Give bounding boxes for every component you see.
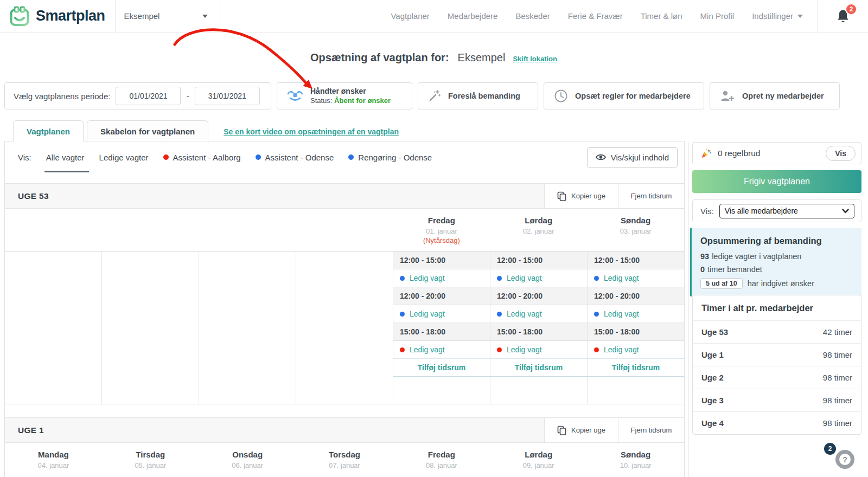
chevron-down-icon [797, 15, 803, 18]
day-date: 02. januar [490, 227, 587, 235]
nav-beskeder[interactable]: Beskeder [515, 11, 550, 21]
filter-group-assistent-aalborg[interactable]: Assistent - Aalborg [163, 153, 241, 162]
blue-dot-icon [594, 312, 599, 317]
open-shift[interactable]: Ledig vagt [588, 269, 684, 287]
eye-icon [596, 153, 606, 161]
smartplan-logo[interactable]: Smartplan [0, 0, 115, 32]
filter-row: Vis: Alle vagter Ledige vagter Assistent… [5, 141, 684, 173]
open-shift[interactable]: Ledig vagt [393, 269, 490, 287]
copy-week-label: Kopier uge [571, 192, 605, 200]
open-shift[interactable]: Ledig vagt [490, 269, 587, 287]
period-end-input[interactable] [195, 87, 260, 105]
timeslot-header: 12:00 - 15:00 [490, 252, 587, 269]
release-schedule-button[interactable]: Frigiv vagtplanen [692, 170, 861, 193]
setup-rules-label: Opsæt regler for medarbejdere [575, 92, 691, 100]
main-nav: Vagtplaner Medarbejdere Beskeder Ferie &… [391, 0, 817, 32]
add-timeslot-link[interactable]: Tilføj tidsrum [588, 359, 684, 377]
red-dot-icon [163, 154, 169, 160]
period-picker: Vælg vagtplanens periode: - [4, 82, 271, 109]
day-name: Lørdag [490, 450, 587, 459]
notifications-button[interactable]: 2 [817, 0, 868, 32]
setup-rules-button[interactable]: Opsæt regler for medarbejdere [544, 82, 704, 109]
spacer [5, 404, 684, 417]
filter-all-shifts[interactable]: Alle vagter [46, 153, 85, 162]
week1-remove-timeslot-button[interactable]: Fjern tidsrum [618, 418, 684, 442]
open-shift[interactable]: Ledig vagt [490, 341, 587, 359]
view-filter-label: Vis: [700, 207, 714, 216]
grid-col-lordag: 12:00 - 15:00 Ledig vagt 12:00 - 20:00 L… [490, 252, 588, 404]
tab-vagtplanen[interactable]: Vagtplanen [13, 120, 84, 141]
day-date: 08. januar [393, 461, 490, 469]
open-shift-label: Ledig vagt [507, 274, 542, 282]
add-timeslot-link[interactable]: Tilføj tidsrum [490, 359, 587, 377]
blue-dot-icon [497, 276, 502, 281]
smartplan-app: Smartplan Eksempel Vagtplaner Medarbejde… [0, 0, 868, 477]
open-shift-label: Ledig vagt [604, 345, 639, 354]
violations-label: 0 regelbrud [718, 149, 820, 158]
open-shift[interactable]: Ledig vagt [393, 341, 490, 359]
day-col-empty [296, 209, 393, 251]
handle-requests-button[interactable]: Håndter ønsker Status: Åbent for ønsker [277, 82, 412, 109]
week53-remove-timeslot-button[interactable]: Fjern tidsrum [618, 184, 684, 208]
week53-copy-week-button[interactable]: Kopier uge [544, 184, 618, 208]
week1-copy-week-button[interactable]: Kopier uge [544, 418, 618, 442]
open-shift-label: Ledig vagt [507, 345, 542, 354]
staffed-hours-count: 0 [700, 265, 705, 274]
day-name: Onsdag [199, 450, 296, 459]
filter-group-rengoring-odense[interactable]: Rengøring - Odense [348, 153, 432, 162]
week53-header-bar: UGE 53 Kopier uge Fjern tidsrum [5, 183, 684, 209]
day-date: 07. januar [296, 461, 393, 469]
nav-vagtplaner[interactable]: Vagtplaner [391, 11, 429, 21]
violations-view-button[interactable]: Vis [826, 146, 856, 161]
filter-group-assistent-odense[interactable]: Assistent - Odense [256, 153, 334, 162]
suggest-staffing-button[interactable]: Foreslå bemanding [418, 82, 538, 109]
open-shift[interactable]: Ledig vagt [588, 341, 684, 359]
nav-indstillinger[interactable]: Indstillinger [752, 11, 803, 21]
remove-timeslot-label: Fjern tidsrum [631, 192, 672, 200]
toggle-content-label: Vis/skjul indhold [611, 153, 669, 162]
add-timeslot-link[interactable]: Tilføj tidsrum [393, 359, 490, 377]
create-employee-button[interactable]: Opret ny medarbejder [710, 82, 840, 109]
nav-ferie-fravaer[interactable]: Ferie & Fravær [568, 11, 623, 21]
spacer [5, 173, 684, 183]
day-col-onsdag: Onsdag 06. januar [199, 443, 296, 477]
help-button[interactable]: ? [835, 450, 854, 469]
period-label: Vælg vagtplanens periode: [14, 92, 110, 101]
toggle-content-button[interactable]: Vis/skjul indhold [587, 147, 678, 167]
day-col-torsdag: Torsdag 07. januar [296, 443, 393, 477]
video-help-link[interactable]: Se en kort video om opsætningen af en va… [224, 127, 399, 136]
group-label: Assistent - Odense [265, 153, 334, 162]
copy-week-label: Kopier uge [571, 426, 605, 434]
schedule-panel: Vis: Alle vagter Ledige vagter Assistent… [4, 141, 685, 477]
open-shift-label: Ledig vagt [410, 345, 445, 354]
day-col-lordag: Lørdag 09. januar [490, 443, 587, 477]
open-shift[interactable]: Ledig vagt [588, 305, 684, 323]
open-shift[interactable]: Ledig vagt [393, 305, 490, 323]
open-shift[interactable]: Ledig vagt [490, 305, 587, 323]
period-start-input[interactable] [116, 87, 181, 105]
timeslot-header: 12:00 - 20:00 [588, 287, 684, 305]
day-date: 04. januar [5, 461, 102, 469]
employee-view-select[interactable]: Vis alle medarbejdere [719, 204, 854, 218]
rule-violations-box: 0 regelbrud Vis [692, 142, 861, 164]
change-location-link[interactable]: Skift lokation [513, 55, 557, 63]
staffing-summary-title: Opsummering af bemanding [700, 236, 853, 246]
grid-col-fredag: 12:00 - 15:00 Ledig vagt 12:00 - 20:00 L… [393, 252, 490, 404]
day-col-mandag: Mandag 04. januar [5, 443, 102, 477]
day-col-empty [199, 209, 296, 251]
open-shifts-line: 93 ledige vagter i vagtplanen [700, 252, 853, 261]
location-selector[interactable]: Eksempel [115, 0, 220, 32]
page-header: Opsætning af vagtplan for: Eksempel Skif… [0, 51, 868, 64]
grid-col-empty [5, 252, 102, 404]
open-shifts-count: 93 [700, 252, 709, 261]
handle-requests-status: Status: Åbent for ønsker [310, 96, 391, 105]
add-person-icon [720, 89, 735, 102]
nav-min-profil[interactable]: Min Profil [700, 11, 735, 21]
filter-open-shifts[interactable]: Ledige vagter [99, 153, 149, 162]
tab-skabelon[interactable]: Skabelon for vagtplanen [87, 120, 208, 141]
nav-timer-loen[interactable]: Timer & løn [641, 11, 682, 21]
hours-value: 42 timer [823, 327, 852, 337]
chevron-down-icon [202, 15, 208, 18]
nav-medarbejdere[interactable]: Medarbejdere [448, 11, 498, 21]
hours-row-uge1: Uge 1 98 timer [693, 344, 861, 366]
